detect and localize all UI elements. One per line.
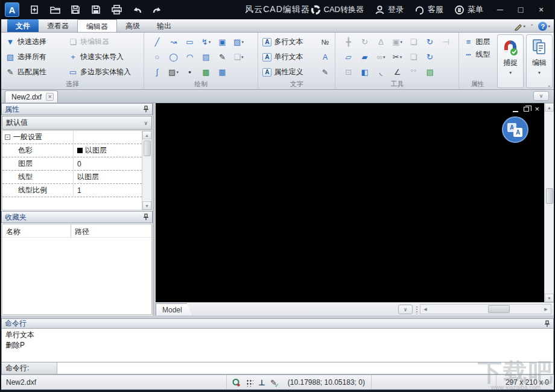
canvas-horizontal-scrollbar[interactable]: ◀ ▶ <box>420 304 551 314</box>
ribbon-tool-icon[interactable]: ◧ <box>358 66 371 78</box>
ribbon-tool-icon[interactable]: ▰ <box>358 51 371 63</box>
grid-snap-icon[interactable] <box>246 379 253 387</box>
tab-viewer[interactable]: 查看器 <box>39 19 77 32</box>
minimize-button[interactable]: ─ <box>491 2 509 17</box>
mtext-button[interactable]: A 多行文本 <box>262 37 303 47</box>
property-preset-select[interactable]: 默认值 ∨ <box>2 116 152 130</box>
help-button[interactable]: ?▾ <box>538 22 550 31</box>
property-row[interactable]: 线型比例 1 <box>2 184 142 197</box>
scroll-up-icon[interactable]: ▲ <box>142 131 151 139</box>
ribbon-tool-icon[interactable]: ▪ <box>183 66 196 78</box>
redo-button[interactable] <box>148 2 166 17</box>
support-button[interactable]: 客服 <box>414 4 443 15</box>
dropdown-arrow-icon[interactable]: ▾ <box>241 55 244 60</box>
property-row[interactable]: 色彩 以图层 <box>2 144 142 157</box>
annotate-pencil-icon[interactable]: ▾ <box>514 22 525 31</box>
ribbon-tool-icon[interactable]: ◯ <box>167 51 180 63</box>
select-all-button[interactable]: ▧ 选择所有 <box>4 49 66 65</box>
ribbon-tool-icon[interactable]: ▩ <box>200 66 212 78</box>
scroll-up-icon[interactable]: ▲ <box>545 103 554 112</box>
dropdown-arrow-icon[interactable]: ▾ <box>241 40 244 45</box>
scrollbar-grip[interactable] <box>416 306 419 314</box>
ribbon-tool-icon[interactable]: ▣ <box>216 36 229 48</box>
ribbon-tool-icon[interactable]: ▭ <box>183 36 196 48</box>
pin-icon[interactable] <box>143 106 149 113</box>
property-row[interactable]: 线型 以图层 <box>2 171 142 184</box>
pin-icon[interactable] <box>143 213 149 221</box>
scroll-down-icon[interactable]: ▼ <box>545 294 554 302</box>
pin-icon[interactable] <box>544 320 550 327</box>
ribbon-tool-icon[interactable]: ∫ <box>151 66 163 78</box>
drawing-canvas[interactable]: × A A <box>156 103 544 302</box>
linetype-button[interactable]: ┅ 线型 <box>461 49 493 60</box>
favorites-column-name[interactable]: 名称 <box>2 224 71 237</box>
ribbon-tool-icon[interactable]: ▨▾ <box>232 36 245 48</box>
child-close-icon[interactable]: × <box>534 106 539 112</box>
edit-button[interactable]: 编辑 ▾ <box>526 34 553 88</box>
child-restore-icon[interactable] <box>524 107 529 112</box>
tab-output[interactable]: 输出 <box>148 19 180 32</box>
ribbon-tool-icon[interactable]: ◟ <box>375 66 387 78</box>
ribbon-tool-icon[interactable]: ▱ <box>342 51 355 63</box>
open-file-button[interactable] <box>46 2 64 17</box>
ribbon-tool-icon[interactable]: ↻ <box>423 51 436 63</box>
dynamic-input-icon[interactable]: ✎✓ <box>270 378 277 387</box>
edit-dropdown-arrow[interactable]: ▾ <box>538 70 541 75</box>
ribbon-tool-icon[interactable]: ▨▾ <box>167 66 180 78</box>
snap-button[interactable]: 捕捉 ▾ <box>497 34 524 88</box>
ribbon-tool-icon[interactable]: ○ <box>151 51 163 63</box>
layers-button[interactable]: ≡ 图层 <box>461 37 493 47</box>
scroll-down-icon[interactable]: ▼ <box>142 201 151 210</box>
command-history[interactable]: 单行文本 删除P <box>1 329 554 362</box>
dropdown-arrow-icon[interactable]: ▾ <box>383 55 385 60</box>
model-tab[interactable]: Model <box>156 303 192 315</box>
scroll-left-icon[interactable]: ◀ <box>420 305 430 314</box>
save-button[interactable] <box>66 2 84 17</box>
single-line-text-button[interactable]: A 单行文本 <box>262 52 303 62</box>
ribbon-tool-icon[interactable]: ↝ <box>167 36 180 48</box>
dropdown-arrow-icon[interactable]: ▾ <box>400 55 402 60</box>
favorites-column-path[interactable]: 路径 <box>71 224 89 237</box>
field-icon[interactable]: № <box>320 38 331 46</box>
property-row[interactable]: 图层 0 <box>2 157 142 171</box>
command-input[interactable] <box>57 362 553 374</box>
ribbon-tool-icon[interactable]: ╱ <box>151 36 163 48</box>
tab-advanced[interactable]: 高级 <box>117 19 148 32</box>
translate-badge-icon[interactable]: A A <box>502 116 528 143</box>
dropdown-arrow-icon[interactable]: ▾ <box>400 40 402 45</box>
layout-list-chevron-icon[interactable]: ∨ <box>398 305 413 314</box>
snap-dropdown-arrow[interactable]: ▾ <box>509 70 512 75</box>
ortho-mode-icon[interactable]: ⊥ <box>258 378 265 387</box>
quick-entity-import-button[interactable]: + 快速实体导入 <box>66 49 144 65</box>
new-file-button[interactable] <box>25 2 43 17</box>
polygon-entity-input-button[interactable]: ▭ 多边形实体输入 <box>66 65 144 80</box>
dropdown-arrow-icon[interactable]: ▾ <box>176 70 179 75</box>
collapse-expander-icon[interactable]: − <box>5 134 10 140</box>
ribbon-tool-icon[interactable]: ∠ <box>391 66 404 78</box>
scrollbar-thumb[interactable] <box>144 141 151 156</box>
property-grid-scrollbar[interactable]: ▲ ▼ <box>142 131 151 210</box>
print-button[interactable] <box>107 2 125 17</box>
child-minimize-icon[interactable] <box>513 111 518 112</box>
ribbon-tool-icon[interactable]: ✂▾ <box>391 51 404 63</box>
document-tab[interactable]: New2.dxf ✕ <box>5 90 58 103</box>
login-button[interactable]: 登录 <box>375 4 404 15</box>
tab-close-icon[interactable]: ✕ <box>46 93 54 101</box>
ribbon-tool-icon[interactable]: ▤ <box>200 51 212 63</box>
edit-attribute-icon[interactable]: ✎ <box>320 68 331 77</box>
menu-button[interactable]: 菜单 <box>454 4 483 15</box>
canvas-vertical-scrollbar[interactable]: ▲ ▼ <box>544 103 554 302</box>
save-pdf-button[interactable] <box>87 2 105 17</box>
ribbon-tool-icon[interactable]: ↻ <box>423 36 436 48</box>
collapse-ribbon-icon[interactable]: ⌃ <box>530 24 534 30</box>
close-button[interactable]: × <box>532 2 550 17</box>
edit-text-icon[interactable]: A <box>320 53 331 62</box>
scrollbar-thumb[interactable] <box>546 188 553 204</box>
ribbon-tool-icon[interactable]: ◠ <box>183 51 196 63</box>
tab-list-chevron-icon[interactable]: ∨ <box>533 91 549 101</box>
match-properties-button[interactable]: ✎ 匹配属性 <box>4 65 66 80</box>
dropdown-arrow-icon[interactable]: ▾ <box>209 40 211 45</box>
maximize-button[interactable]: □ <box>512 2 530 17</box>
undo-button[interactable] <box>128 2 146 17</box>
scrollbar-thumb[interactable] <box>488 305 510 313</box>
